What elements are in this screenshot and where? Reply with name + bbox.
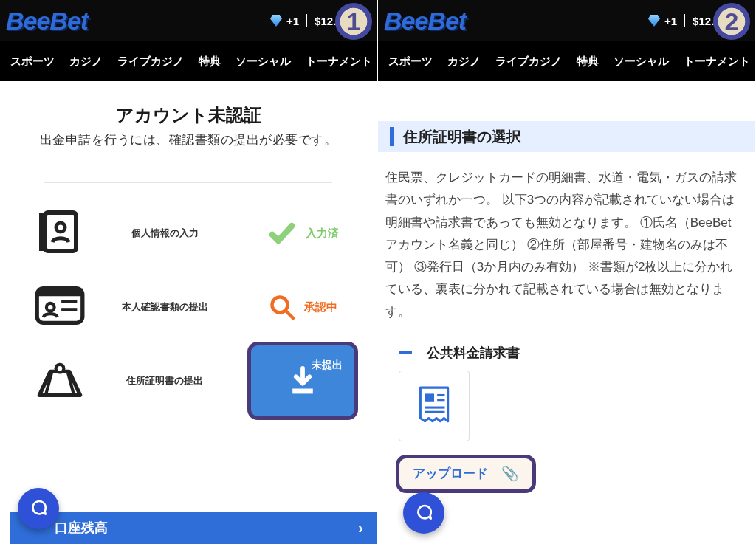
svg-line-10 [285, 311, 293, 319]
gem-delta: +1 [664, 15, 677, 27]
upload-address-card[interactable]: 未提出 [247, 342, 358, 420]
nav-livecasino[interactable]: ライブカジノ [488, 55, 569, 69]
upload-button[interactable]: アップロード 📎 [396, 455, 536, 493]
step-badge-1: 1 [335, 3, 372, 40]
step-status[interactable]: 未提出 [244, 342, 362, 420]
chat-button[interactable] [18, 488, 59, 529]
nav-bonus[interactable]: 特典 [569, 55, 606, 69]
nav-social[interactable]: ソーシャル [606, 55, 676, 69]
nav-tournament[interactable]: トーナメント [298, 55, 377, 69]
verify-step-identity: 本人確認書類の提出 承認中 [15, 270, 362, 344]
brand-logo[interactable]: BeeBet [384, 7, 466, 35]
balance-bar[interactable]: 口座残高 › [10, 512, 377, 544]
divider [306, 14, 307, 27]
step-label: 本人確認書類の提出 [86, 300, 244, 314]
minus-icon [399, 351, 412, 354]
svg-rect-8 [37, 289, 83, 297]
page-subtitle: 出金申請を行うには、確認書類の提出が必要です。 [15, 131, 362, 148]
svg-rect-2 [39, 213, 45, 251]
chat-icon [29, 499, 48, 518]
header: BeeBet +1 $12.60 1 [0, 0, 377, 41]
accordion-header[interactable]: 公共料金請求書 [388, 334, 744, 371]
gem-icon [648, 15, 660, 27]
svg-point-3 [56, 223, 65, 232]
brand-logo[interactable]: BeeBet [6, 7, 88, 35]
header: BeeBet +1 $12.60 2 [378, 0, 755, 41]
attachment-icon: 📎 [501, 465, 519, 482]
step-badge-2: 2 [713, 3, 750, 40]
step-label: 住所証明書の提出 [86, 374, 244, 388]
svg-point-5 [47, 303, 55, 311]
id-card-icon [34, 286, 86, 328]
nav-livecasino[interactable]: ライブカジノ [110, 55, 191, 69]
accordion-utility-bill: 公共料金請求書 アップロード 📎 [388, 334, 744, 493]
main-nav: スポーツ カジノ ライブカジノ 特典 ソーシャル トーナメント [378, 41, 755, 81]
nav-casino[interactable]: カジノ [62, 55, 110, 69]
svg-rect-17 [425, 393, 434, 401]
step-label: 個人情報の入力 [86, 227, 244, 240]
step-status: 入力済 [244, 218, 362, 248]
nav-casino[interactable]: カジノ [440, 55, 488, 69]
nav-social[interactable]: ソーシャル [228, 55, 298, 69]
divider [44, 182, 332, 183]
main-nav: スポーツ カジノ ライブカジノ 特典 ソーシャル トーナメント [0, 41, 377, 81]
search-icon [269, 294, 295, 320]
chat-icon [414, 503, 433, 523]
receipt-icon [416, 385, 453, 427]
step-status: 承認中 [244, 294, 362, 320]
nav-tournament[interactable]: トーナメント [676, 55, 755, 69]
verify-step-address: 住所証明書の提出 未提出 [15, 344, 362, 418]
chat-button[interactable] [403, 492, 444, 534]
page-title: アカウント未認証 [15, 103, 362, 127]
section-title: 住所証明書の選択 [378, 121, 755, 152]
verify-step-personal: 個人情報の入力 入力済 [15, 196, 362, 270]
svg-point-14 [58, 366, 62, 371]
gem-delta: +1 [286, 15, 299, 27]
gem-icon [270, 15, 282, 27]
contacts-icon [34, 208, 86, 258]
svg-rect-15 [292, 389, 313, 394]
chevron-right-icon: › [358, 520, 363, 537]
nav-sports[interactable]: スポーツ [3, 55, 62, 69]
check-icon [267, 218, 297, 248]
map-icon [34, 357, 86, 404]
divider [684, 14, 685, 27]
nav-bonus[interactable]: 特典 [191, 55, 228, 69]
section-description: 住民票、クレジットカードの明細書、水道・電気・ガスの請求書のいずれか一つ。 以下… [378, 152, 755, 334]
document-thumbnail[interactable] [399, 371, 470, 441]
nav-sports[interactable]: スポーツ [381, 55, 440, 69]
